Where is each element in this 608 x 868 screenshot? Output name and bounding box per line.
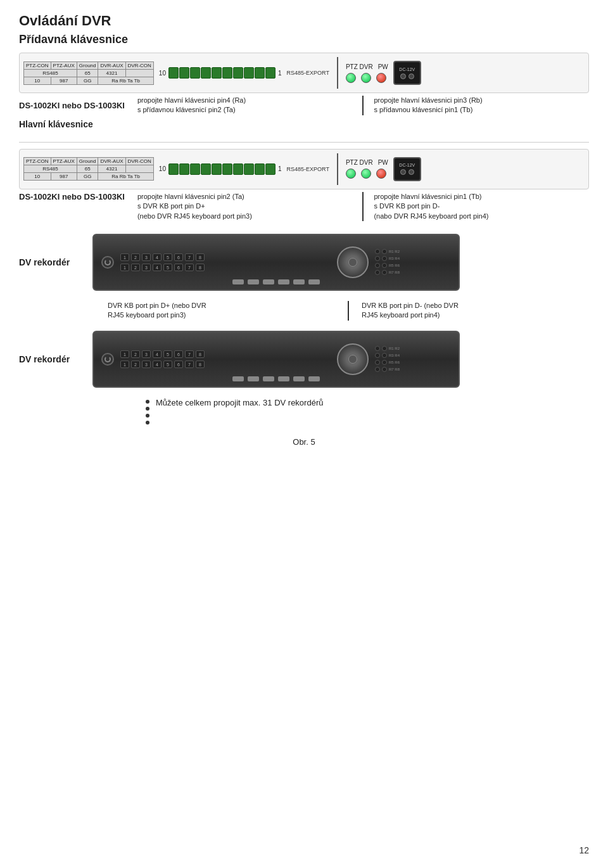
hlavni-klav-label: Hlavní klávesnice (19, 119, 93, 129)
terminal-block-1: 10 1 (159, 67, 282, 79)
dvr-led5 (375, 263, 380, 268)
hw-diagram-1: PTZ-CON PTZ-AUX Ground DVR-AUX DVR-CON R… (19, 53, 589, 93)
row2b-65: 65 (77, 165, 98, 173)
dvr-led-row4: R7 R8 (375, 270, 451, 275)
pin6 (222, 67, 232, 79)
dvr-btn-c: 3 (142, 264, 151, 271)
dvr-nav-center-2 (348, 355, 357, 364)
ptz-dvr-label-1: PTZ DVR (346, 63, 373, 70)
dvr-nav-1 (337, 246, 369, 278)
dvr-btn-b: 2 (131, 264, 140, 271)
dvr-right-2: R1 R2 R3 R4 R5 R6 R7 R8 (375, 346, 451, 372)
dvr2-btn-d: 4 (153, 361, 162, 368)
v-line-3 (348, 301, 349, 321)
dvr-btn-5: 5 (163, 253, 172, 261)
col2-ptz-con: PTZ-CON (24, 158, 51, 165)
dvr2-btn-2: 2 (131, 350, 140, 358)
dvr2-led1 (375, 346, 380, 351)
hw-diagram-2: PTZ-CON PTZ-AUX Ground DVR-AUX DVR-CON R… (19, 149, 589, 189)
annotation-row-1: propojte hlavní klávesnici pin4 (Ra) s p… (137, 96, 589, 115)
dvr-nav-2 (337, 343, 369, 375)
led-group-1 (346, 73, 388, 83)
pin2-2 (179, 163, 189, 175)
dvr-btn-a: 1 (120, 264, 129, 271)
section-subtitle: Přídavná klávesnice (19, 33, 589, 46)
row3b-10: 10 (24, 173, 51, 181)
row3-987: 987 (51, 77, 77, 84)
dvr2-btn-5: 5 (163, 350, 172, 358)
dvr-display-2: 1 2 3 4 5 6 7 8 1 2 3 4 5 6 7 8 (120, 350, 331, 368)
dot-1 (146, 400, 149, 404)
dvr-bb-4 (278, 279, 289, 284)
dvr-led4 (382, 256, 387, 261)
dvr2-led6 (382, 360, 387, 365)
led-group-2 (346, 169, 388, 179)
dvr2-btn-f: 6 (174, 361, 183, 368)
dc12v-pin2-pos (408, 169, 414, 175)
dvr-power-icon-2 (104, 356, 111, 362)
dc12v-pin-neg (400, 73, 406, 79)
export-label-1: RS485-EXPORT (287, 70, 329, 76)
row3b-987: 987 (51, 173, 77, 181)
dvr-btn-g: 7 (185, 264, 194, 271)
row3-gg: GG (77, 77, 98, 84)
dc12v-pin-pos (408, 73, 414, 79)
dvr2-bb-3 (263, 376, 274, 381)
dvr-btn-7: 7 (185, 253, 194, 261)
dvr-power-icon-1 (104, 259, 111, 265)
terminal-num-left-2: 10 (159, 165, 166, 172)
pin2-1 (168, 163, 179, 175)
dvr-led-row3: R5 R6 (375, 263, 451, 268)
pin4 (201, 67, 211, 79)
annotation-left-2: propojte hlavní klávesnici pin2 (Ta) s D… (137, 192, 353, 221)
dvr2-led4 (382, 353, 387, 358)
pin3 (190, 67, 200, 79)
row3-10: 10 (24, 77, 51, 84)
dot-2 (146, 407, 149, 411)
dvr2-led2 (382, 346, 387, 351)
col2-ground: Ground (77, 158, 98, 165)
dvr-bb-5 (293, 279, 305, 284)
dvr1-row: DV rekordér 1 2 3 4 5 6 7 8 1 2 3 4 5 (19, 234, 589, 291)
section1-wrapper: PTZ-CON PTZ-AUX Ground DVR-AUX DVR-CON R… (19, 53, 589, 129)
dvr2-led-row3: R5 R6 (375, 360, 451, 365)
dvr-bb-6 (308, 279, 320, 284)
annotation-left-1: propojte hlavní klávesnici pin4 (Ra) s p… (137, 96, 353, 115)
dc12v-label-2: DC-12V (399, 163, 415, 167)
annotations-top: propojte hlavní klávesnici pin4 (Ra) s p… (137, 96, 589, 115)
ptz-dvr-label-2: PTZ DVR (346, 159, 373, 166)
dvr-leds-2: R1 R2 R3 R4 R5 R6 R7 R8 (375, 346, 451, 372)
dvr-led8 (382, 270, 387, 275)
dc12v-connector-2: DC-12V (393, 157, 421, 181)
dc12v-pins-1 (400, 73, 414, 79)
dvr2-btn-a: 1 (120, 361, 129, 368)
bottom-note: Můžete celkem propojit max. 31 DV rekord… (146, 398, 589, 424)
connector-table-2: PTZ-CON PTZ-AUX Ground DVR-AUX DVR-CON R… (23, 157, 154, 181)
row2b-4321: 4321 (98, 165, 125, 173)
dot-3 (146, 414, 149, 418)
dvr-device-1: 1 2 3 4 5 6 7 8 1 2 3 4 5 6 7 8 (92, 234, 460, 291)
dvr2-bb-6 (308, 376, 320, 381)
led-red2 (376, 169, 386, 179)
dvr-bottom-btns-1 (232, 279, 320, 284)
section2-wrapper: PTZ-CON PTZ-AUX Ground DVR-AUX DVR-CON R… (19, 149, 589, 221)
terminal-num-left: 10 (159, 70, 166, 77)
pin2-8 (244, 163, 254, 175)
dvr2-led7 (375, 367, 380, 372)
col2-dvr-con: DVR-CON (125, 158, 153, 165)
ptz-pw-labels-1: PTZ DVR PW (346, 63, 388, 70)
col-ground: Ground (77, 61, 98, 69)
dvr-led3 (375, 256, 380, 261)
terminal-num-right: 1 (278, 70, 282, 77)
terminal-pins-2 (168, 163, 276, 175)
terminal-pins-1 (168, 67, 276, 79)
ds-label-2: DS-1002KI nebo DS-1003KI (19, 192, 125, 221)
dvr-btn-8: 8 (196, 253, 205, 261)
dvr-bb-3 (263, 279, 274, 284)
dc12v-pin2-neg (400, 169, 406, 175)
dc12v-label-1: DC-12V (399, 67, 415, 72)
dvr-led2 (382, 249, 387, 254)
dvr-num-row1-2: 1 2 3 4 5 6 7 8 (120, 350, 331, 358)
dvr2-bb-1 (232, 376, 244, 381)
col-ptz-aux: PTZ-AUX (51, 61, 77, 69)
